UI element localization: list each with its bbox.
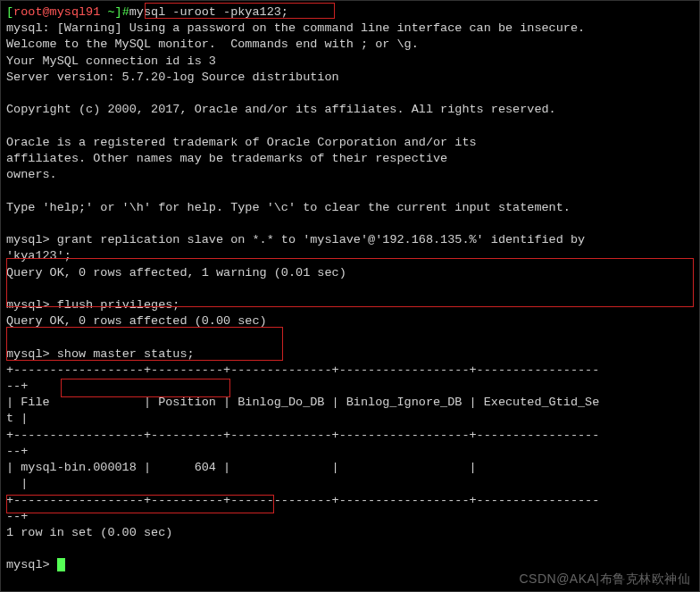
sql-grant-line-cont: 'kya123'; <box>6 248 694 264</box>
bracket-open: [ <box>6 5 13 19</box>
welcome-line: Welcome to the MySQL monitor. Commands e… <box>6 37 694 53</box>
table-border: +------------------+----------+---------… <box>6 493 694 509</box>
table-header-cont: t | <box>6 411 694 427</box>
shell-prompt-line: [root@mysql91 ~]#mysql -uroot -pkya123; <box>6 4 694 21</box>
blank-line <box>6 281 694 297</box>
table-footer: 1 row in set (0.00 sec) <box>6 525 694 541</box>
mysql-prompt: mysql> <box>6 347 57 361</box>
sql-showmaster-line: mysql> show master status; <box>6 346 694 363</box>
connection-id-line: Your MySQL connection id is 3 <box>6 54 694 70</box>
shell-command: mysql -uroot -pkya123; <box>129 5 288 19</box>
table-border: +------------------+----------+---------… <box>6 363 694 379</box>
sql-command: grant replication slave on *.* to 'mysla… <box>57 233 593 246</box>
blank-line <box>6 119 694 135</box>
user-host: root@mysql91 <box>13 5 100 19</box>
table-row-cont: | <box>6 476 694 492</box>
trademark-line: owners. <box>6 167 694 183</box>
trademark-line: Oracle is a registered trademark of Orac… <box>6 135 694 151</box>
mysql-prompt: mysql> <box>6 233 57 246</box>
path-sep: ~ <box>100 5 114 19</box>
sql-command: show master status; <box>57 347 195 361</box>
sql-command: flush privileges; <box>57 298 180 312</box>
sql-flush-line: mysql> flush privileges; <box>6 297 694 313</box>
table-header: | File | Position | Binlog_Do_DB | Binlo… <box>6 395 694 411</box>
table-border-cont: --+ <box>6 444 694 460</box>
help-line: Type 'help;' or '\h' for help. Type '\c'… <box>6 200 694 216</box>
blank-line <box>6 216 694 232</box>
trademark-line: affiliates. Other names may be trademark… <box>6 151 694 167</box>
table-border: +------------------+----------+---------… <box>6 428 694 444</box>
sql-result-line: Query OK, 0 rows affected, 1 warning (0.… <box>6 265 694 281</box>
warning-line: mysql: [Warning] Using a password on the… <box>6 21 694 37</box>
server-version-line: Server version: 5.7.20-log Source distri… <box>6 70 694 86</box>
bracket-close: ]# <box>115 5 129 19</box>
sql-result-line: Query OK, 0 rows affected (0.00 sec) <box>6 313 694 329</box>
blank-line <box>6 329 694 346</box>
cursor-icon <box>57 558 65 571</box>
copyright-line: Copyright (c) 2000, 2017, Oracle and/or … <box>6 102 694 118</box>
blank-line <box>6 541 694 557</box>
mysql-prompt: mysql> <box>6 298 57 312</box>
table-border-cont: --+ <box>6 379 694 395</box>
table-row: | mysql-bin.000018 | 604 | | | <box>6 460 694 476</box>
terminal-output[interactable]: [root@mysql91 ~]#mysql -uroot -pkya123; … <box>6 4 694 574</box>
blank-line <box>6 183 694 199</box>
sql-grant-line: mysql> grant replication slave on *.* to… <box>6 232 694 248</box>
table-border-cont: --+ <box>6 509 694 525</box>
watermark-text: CSDN@AKA|布鲁克林欧神仙 <box>519 571 690 588</box>
mysql-prompt: mysql> <box>6 558 57 571</box>
blank-line <box>6 86 694 102</box>
